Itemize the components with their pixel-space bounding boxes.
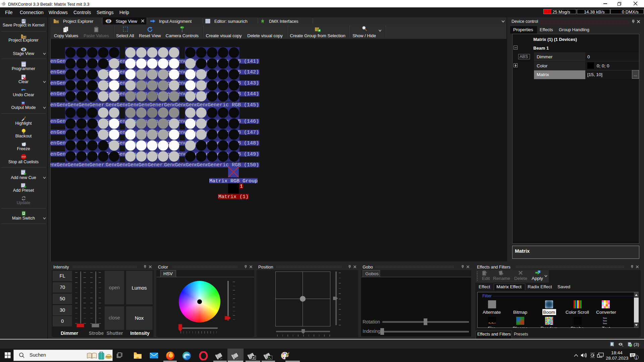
- svg-text:1: 1: [240, 184, 243, 189]
- svg-text:Generic RGB (145): Generic RGB (145): [208, 102, 259, 108]
- svg-text:Text: Text: [603, 319, 607, 322]
- svg-text:Text: Text: [603, 322, 607, 325]
- svg-text:STOP: STOP: [21, 156, 25, 158]
- svg-text:Matrix RGB Group: Matrix RGB Group: [209, 178, 258, 184]
- svg-text:Matrix (1): Matrix (1): [218, 194, 249, 200]
- svg-text:Text: Text: [603, 317, 607, 319]
